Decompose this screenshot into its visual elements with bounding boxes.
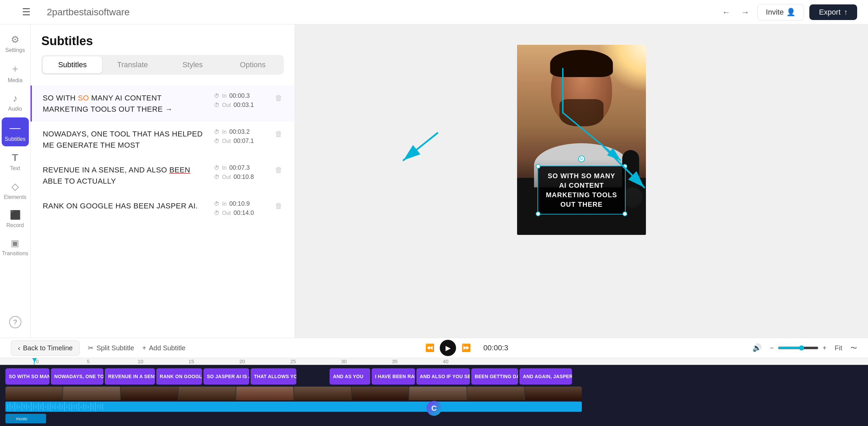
sidebar-label-subtitles: Subtitles	[5, 136, 25, 142]
main-layout: ⚙ Settings + Media ♪ Audio — Subtitles T…	[0, 24, 868, 338]
tabs-bar: Subtitles Translate Styles Options	[41, 55, 284, 75]
playhead-ruler	[34, 358, 35, 365]
scissors-icon: ✂	[88, 344, 94, 352]
timeline-clip[interactable]: NOWADAYS, ONE TOOL THAT HAS	[51, 368, 103, 385]
svg-rect-28	[64, 402, 65, 411]
subtitle-text-3: REVENUE IN A SENSE, AND ALSO BEEN ABLE T…	[43, 164, 209, 187]
tab-subtitles[interactable]: Subtitles	[43, 56, 102, 73]
svg-rect-26	[59, 403, 60, 410]
plus-icon: +	[142, 344, 146, 352]
svg-rect-6	[12, 405, 13, 408]
handle-top-right[interactable]	[623, 164, 627, 169]
audio-waveform	[5, 402, 582, 412]
delete-subtitle-1[interactable]: 🗑	[274, 92, 284, 104]
timeline-clip[interactable]: REVENUE IN A SENSE, AND ALSO	[105, 368, 155, 385]
sidebar-item-record[interactable]: ⬛ Record	[2, 206, 29, 233]
sidebar-item-elements[interactable]: ◇ Elements	[2, 177, 29, 204]
export-label: Export	[819, 8, 841, 17]
timeline-clip[interactable]: AND ALSO IF YOU SEE MY GOOGLE	[416, 368, 470, 385]
delete-subtitle-4[interactable]: 🗑	[274, 200, 284, 212]
undo-button[interactable]: ←	[719, 5, 733, 20]
split-label: Split Subtitle	[96, 344, 134, 352]
ruler-mark: 20	[239, 358, 245, 364]
subtitle-entry[interactable]: RANK ON GOOGLE HAS BEEN JASPER AI. ⏱ In …	[31, 193, 295, 223]
svg-rect-38	[88, 406, 89, 408]
rotate-handle[interactable]: ↻	[578, 155, 585, 162]
video-preview: ↻ SO WITH SO MANY AI CONTENT MARKETING T…	[517, 45, 646, 235]
sidebar-label-audio: Audio	[8, 106, 22, 112]
ruler-mark: 30	[341, 358, 347, 364]
waveform-button[interactable]: 〜	[850, 344, 857, 353]
svg-rect-8	[17, 404, 18, 409]
timing-in-row: ⏱ In 00:00.3	[214, 92, 268, 99]
waveform-svg	[5, 402, 582, 412]
playhead-triangle	[32, 358, 37, 362]
subtitle-list: SO WITH SO MANY AI CONTENT MARKETING TOO…	[31, 80, 295, 338]
elements-icon: ◇	[12, 181, 19, 192]
sidebar-item-text[interactable]: T Text	[2, 148, 29, 175]
handle-bottom-left[interactable]	[536, 211, 540, 216]
timing-in-row: ⏱ In 00:03.2	[214, 128, 268, 135]
add-label: Add Subtitle	[149, 344, 185, 352]
sidebar-item-settings[interactable]: ⚙ Settings	[2, 30, 29, 57]
tab-options[interactable]: Options	[223, 56, 282, 73]
svg-rect-16	[36, 405, 37, 408]
delete-subtitle-3[interactable]: 🗑	[274, 164, 284, 176]
help-icon: ?	[9, 316, 21, 328]
zoom-in-button[interactable]: +	[823, 344, 827, 352]
subtitle-entry[interactable]: SO WITH SO MANY AI CONTENT MARKETING TOO…	[31, 86, 295, 122]
subtitles-panel: Subtitles Subtitles Translate Styles Opt…	[31, 24, 295, 338]
tab-translate[interactable]: Translate	[103, 56, 162, 73]
rewind-button[interactable]: ⏪	[425, 344, 434, 352]
settings-icon: ⚙	[11, 34, 19, 45]
timeline-clip[interactable]: THAT ALLOWS YOU TO	[251, 368, 296, 385]
svg-rect-9	[19, 406, 20, 408]
timeline-clip[interactable]: AND AGAIN, JASPER HAS BEEN	[519, 368, 572, 385]
sidebar-item-audio[interactable]: ♪ Audio	[2, 89, 29, 116]
timeline-clip[interactable]: RANK ON GOOGLE HAS	[156, 368, 202, 385]
subtitle-overlay[interactable]: ↻ SO WITH SO MANY AI CONTENT MARKETING T…	[537, 166, 626, 215]
subtitle-entry[interactable]: REVENUE IN A SENSE, AND ALSO BEEN ABLE T…	[31, 158, 295, 193]
svg-rect-19	[43, 403, 44, 410]
play-button[interactable]: ▶	[440, 340, 456, 356]
fit-button[interactable]: Fit	[835, 344, 842, 352]
video-thumbnail	[352, 387, 409, 400]
svg-rect-17	[38, 403, 39, 410]
forward-button[interactable]: ⏩	[461, 344, 471, 352]
sidebar-item-transitions[interactable]: ▣ Transitions	[2, 234, 29, 261]
timeline-clip[interactable]: SO WITH SO MANY AI	[5, 368, 50, 385]
video-thumbnail	[5, 387, 62, 400]
tab-styles[interactable]: Styles	[163, 56, 222, 73]
invite-button[interactable]: Invite 👤	[757, 4, 804, 20]
svg-rect-39	[90, 403, 91, 410]
svg-rect-27	[62, 404, 63, 409]
sidebar-item-media[interactable]: + Media	[2, 59, 29, 88]
music-clip[interactable]: 🎵 music	[5, 414, 46, 423]
volume-button[interactable]: 🔊	[752, 344, 762, 352]
back-to-timeline-button[interactable]: ‹ Back to Timeline	[11, 340, 80, 356]
add-subtitle-button[interactable]: + Add Subtitle	[142, 344, 186, 352]
zoom-out-button[interactable]: −	[770, 344, 774, 352]
timeline-clip[interactable]: I HAVE BEEN RANKI	[372, 368, 415, 385]
sidebar-item-help[interactable]: ?	[2, 312, 29, 332]
timeline-clip[interactable]: SO JASPER AI IS A	[203, 368, 249, 385]
back-icon: ‹	[18, 344, 20, 352]
zoom-slider[interactable]	[778, 345, 818, 351]
timeline-clip[interactable]: AND AS YOU	[330, 368, 370, 385]
subtitle-entry[interactable]: NOWADAYS, ONE TOOL THAT HAS HELPED ME GE…	[31, 122, 295, 158]
time-display: 00:00:3	[479, 344, 513, 352]
subtitle-text-4: RANK ON GOOGLE HAS BEEN JASPER AI.	[43, 200, 209, 211]
invite-icon: 👤	[786, 8, 795, 17]
redo-button[interactable]: →	[738, 5, 752, 20]
sidebar-item-subtitles[interactable]: — Subtitles	[2, 117, 29, 146]
delete-subtitle-2[interactable]: 🗑	[274, 128, 284, 140]
split-subtitle-button[interactable]: ✂ Split Subtitle	[88, 344, 134, 352]
export-button[interactable]: Export ↑	[809, 4, 857, 20]
handle-top-left[interactable]	[536, 164, 540, 169]
handle-bottom-right[interactable]	[623, 211, 627, 216]
subtitle-timing-1: ⏱ In 00:00.3 ⏱ Out 00:03.1	[214, 92, 268, 109]
timeline-clip[interactable]: BEEN GETTING DAILY	[471, 368, 518, 385]
video-thumbnail	[294, 387, 351, 400]
hamburger-menu[interactable]: ☰	[11, 6, 41, 18]
svg-rect-35	[81, 405, 82, 408]
